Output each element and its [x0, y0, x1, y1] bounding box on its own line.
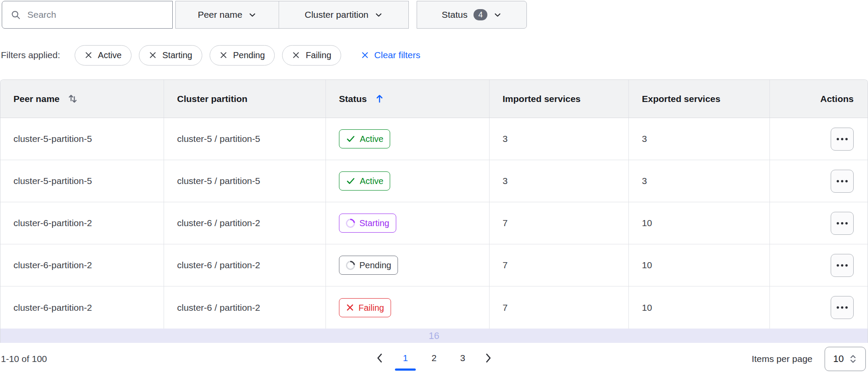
exported-services-cell: 3 [629, 160, 770, 202]
column-header-cluster-partition[interactable]: Cluster partition [164, 80, 326, 118]
cluster-partition-cell: cluster-6 / partition-2 [164, 244, 326, 286]
filter-pill-label: Starting [162, 50, 192, 60]
ellipsis-icon [836, 180, 848, 183]
row-actions-button[interactable] [831, 170, 854, 193]
status-label: Starting [359, 219, 389, 227]
filter-pill-failing[interactable]: Failing [282, 45, 341, 66]
page-button-1[interactable]: 1 [396, 353, 414, 363]
peer-name-text: cluster-5-partition-5 [13, 134, 92, 144]
exported-services-cell: 3 [629, 118, 770, 160]
column-label: Imported services [503, 94, 581, 104]
exported-services-value: 10 [642, 303, 652, 313]
search-input[interactable] [27, 10, 158, 20]
filters-applied-row: Filters applied: ActiveStartingPendingFa… [1, 45, 868, 66]
imported-services-value: 7 [503, 303, 508, 313]
cluster-partition-dropdown-label: Cluster partition [305, 10, 368, 20]
table-row[interactable]: cluster-5-partition-5 cluster-5 / partit… [0, 118, 868, 160]
sort-both-icon [67, 93, 79, 105]
filter-pill-label: Failing [306, 50, 331, 60]
pagination-range-text: 1-10 of 100 [1, 354, 47, 364]
status-label: Active [360, 177, 383, 185]
table-row[interactable]: cluster-5-partition-5 cluster-5 / partit… [0, 160, 868, 202]
actions-cell [770, 160, 868, 202]
cluster-partition-cell: cluster-5 / partition-5 [164, 118, 326, 160]
filters-applied-label: Filters applied: [1, 50, 60, 60]
items-per-page-select[interactable]: 10 [825, 347, 866, 371]
column-label: Actions [820, 94, 854, 104]
exported-services-value: 3 [642, 176, 647, 186]
status-badge-active: Active [339, 129, 390, 148]
cluster-partition-dropdown[interactable]: Cluster partition [279, 1, 408, 28]
imported-services-cell: 7 [490, 286, 629, 329]
remove-filter-x-icon [149, 51, 157, 59]
x-icon [346, 303, 354, 312]
page-number: 1 [403, 353, 408, 363]
page-button-2[interactable]: 2 [425, 353, 443, 363]
table-row[interactable]: cluster-6-partition-2 cluster-6 / partit… [0, 202, 868, 244]
exported-services-value: 10 [642, 260, 652, 270]
exported-services-value: 3 [642, 134, 647, 144]
exported-services-cell: 10 [629, 202, 770, 244]
page-buttons: 123 [396, 353, 472, 363]
filter-pill-starting[interactable]: Starting [139, 45, 202, 66]
peer-name-cell: cluster-5-partition-5 [0, 160, 164, 202]
status-dropdown[interactable]: Status 4 [417, 1, 527, 29]
row-actions-button[interactable] [831, 296, 854, 319]
partial-row-text: 16 [429, 330, 439, 342]
peer-name-text: cluster-6-partition-2 [13, 303, 92, 313]
items-per-page-value: 10 [833, 353, 844, 365]
row-actions-button[interactable] [831, 128, 854, 151]
actions-cell [770, 286, 868, 329]
row-actions-button[interactable] [831, 254, 854, 277]
cluster-partition-text: cluster-6 / partition-2 [177, 303, 260, 313]
cluster-partition-text: cluster-6 / partition-2 [177, 218, 260, 228]
ellipsis-icon [836, 306, 848, 309]
status-badge-active: Active [339, 171, 390, 191]
imported-services-cell: 3 [490, 160, 629, 202]
peer-name-cell: cluster-6-partition-2 [0, 244, 164, 286]
status-badge-starting: Starting [339, 214, 396, 233]
filter-pill-pending[interactable]: Pending [210, 45, 275, 66]
items-per-page-label: Items per page [752, 354, 812, 364]
clear-filters-button[interactable]: Clear filters [361, 50, 420, 60]
imported-services-value: 3 [503, 176, 508, 186]
page-number: 3 [460, 353, 465, 363]
partial-next-row: 16 [0, 329, 868, 343]
next-page-button[interactable] [482, 352, 494, 364]
column-header-peer-name[interactable]: Peer name [0, 80, 164, 118]
pagination-bar: 1-10 of 100 123 Items per page 10 [0, 343, 868, 375]
peer-name-dropdown[interactable]: Peer name [176, 1, 279, 28]
spinner-icon [344, 217, 357, 230]
column-header-exported-services: Exported services [629, 80, 770, 118]
status-badge-pending: Pending [339, 256, 398, 275]
page-button-3[interactable]: 3 [454, 353, 472, 363]
column-label: Exported services [642, 94, 720, 104]
imported-services-cell: 3 [490, 118, 629, 160]
cluster-partition-text: cluster-5 / partition-5 [177, 176, 260, 186]
search-box[interactable] [2, 1, 173, 29]
filter-pill-active[interactable]: Active [75, 45, 132, 66]
previous-page-button[interactable] [374, 352, 386, 364]
clear-filters-x-icon [361, 51, 369, 59]
status-label: Active [360, 135, 383, 143]
chevron-down-icon [375, 11, 383, 19]
cluster-partition-text: cluster-5 / partition-5 [177, 134, 260, 144]
table-row[interactable]: cluster-6-partition-2 cluster-6 / partit… [0, 286, 868, 329]
pager: 123 [374, 352, 494, 364]
chevron-down-icon [493, 11, 502, 19]
table-row[interactable]: cluster-6-partition-2 cluster-6 / partit… [0, 244, 868, 286]
stepper-icon [849, 354, 857, 364]
column-label: Status [339, 94, 367, 104]
actions-cell [770, 118, 868, 160]
row-actions-button[interactable] [831, 212, 854, 235]
remove-filter-x-icon [85, 51, 92, 59]
cluster-partition-cell: cluster-5 / partition-5 [164, 160, 326, 202]
status-cell: Active [326, 160, 490, 202]
column-header-status[interactable]: Status [326, 80, 490, 118]
filter-pills: ActiveStartingPendingFailing [75, 45, 342, 66]
exported-services-value: 10 [642, 218, 652, 228]
peer-name-dropdown-label: Peer name [198, 10, 243, 20]
check-icon [346, 134, 355, 144]
check-icon [346, 176, 355, 186]
remove-filter-x-icon [292, 51, 300, 59]
